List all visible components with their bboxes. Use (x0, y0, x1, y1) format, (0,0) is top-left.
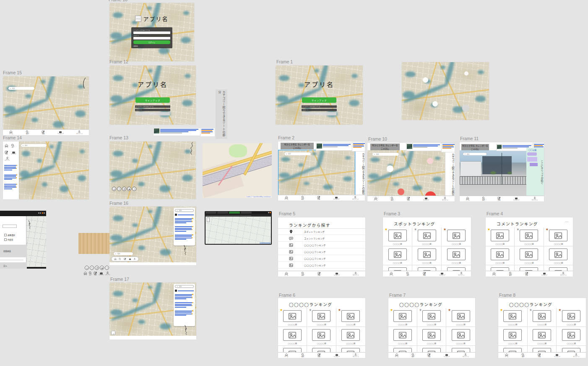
entry-block[interactable]: 記入 (0, 262, 27, 269)
nav-item-crown[interactable]: ランキング (99, 271, 104, 276)
nav-item-search[interactable]: 検索 (26, 130, 29, 135)
ranking-cell[interactable]: ◯◯◯◯園 (544, 265, 573, 271)
ranking-cell[interactable]: ◯◯◯◯園 (336, 327, 365, 346)
nav-item-crown[interactable]: ランキング (423, 196, 429, 201)
search-pill[interactable]: 検索 (21, 144, 47, 147)
nav-item-crown[interactable]: ランキング (541, 272, 547, 276)
ranking-cell[interactable]: ★◯◯◯◯園 (278, 308, 307, 327)
nav-item-edit[interactable]: 投稿 (423, 272, 426, 276)
post-screen-block[interactable]: 投稿画面 (0, 245, 27, 257)
map-content[interactable]: +− (206, 217, 271, 244)
nav-item-crown[interactable]: ランキング (513, 196, 519, 201)
nav-item-person[interactable]: マイページ (105, 266, 109, 270)
map[interactable]: 検索 (109, 282, 196, 336)
nav-item-edit[interactable]: 投稿 (122, 187, 126, 191)
nav-item-home[interactable]: ホーム (466, 196, 470, 201)
ranking-list-item[interactable]: スポットランキング (278, 228, 365, 235)
nav-item-crown[interactable]: ランキング (333, 196, 339, 200)
ranking-list-item[interactable]: ◯◯◯◯ランキング (278, 255, 365, 262)
nav-item-search[interactable]: 検索 (390, 196, 394, 201)
tweet-embed-card[interactable] (316, 143, 353, 151)
nav-item-person[interactable]: マイページ (442, 196, 448, 201)
login-button[interactable]: ログイン (302, 112, 336, 115)
nav-item-search[interactable]: 検索 (301, 272, 304, 276)
frame-15-map[interactable]: 検索 ホーム検索投稿ランキングマイページ (3, 76, 89, 135)
nav-item-edit[interactable]: 投稿 (497, 196, 501, 201)
nav-item-home[interactable]: ホーム (492, 272, 496, 276)
ranking-cell[interactable]: ◯◯◯◯園 (307, 327, 336, 346)
ranking-cell[interactable]: ★◯◯◯◯園 (446, 308, 475, 327)
ranking-cell[interactable]: ◯◯◯◯園 (417, 327, 446, 346)
email-field[interactable]: メールアドレスまたはユーザー名 (135, 105, 170, 108)
nav-item-edit[interactable]: 投稿 (317, 272, 321, 276)
ranking-cell[interactable]: ◯◯◯◯園 (557, 327, 586, 346)
nav-item-person[interactable]: マイページ (458, 272, 464, 276)
nav-item-edit[interactable]: 投稿 (525, 272, 528, 276)
zoom-control[interactable]: +− (207, 217, 210, 222)
nav-item-crown[interactable]: ランキング (439, 272, 445, 276)
heat-marker[interactable] (387, 165, 393, 172)
nav-item-home[interactable]: ホーム (284, 196, 288, 200)
nav-item-home[interactable]: ホーム (83, 271, 87, 276)
nav-item-search[interactable]: 検索 (88, 271, 92, 276)
chat-bubble[interactable] (527, 157, 537, 162)
map-marker[interactable] (464, 71, 468, 76)
frame-13-map[interactable]: ホーム検索投稿ランキングマイページ (109, 141, 196, 199)
nav-item-edit[interactable]: 投稿 (124, 258, 126, 260)
ranking-cell[interactable]: ★◯◯◯◯園 (307, 308, 336, 327)
nav-item-crown[interactable]: ランキング (127, 187, 131, 191)
nav-item-person[interactable]: マイページ (353, 353, 359, 358)
menu-dots[interactable]: … (565, 219, 569, 223)
login-button[interactable]: ログイン (135, 112, 170, 115)
nav-item-person[interactable]: マイページ (560, 272, 567, 276)
nav-item-search[interactable]: 検索 (509, 272, 512, 276)
ranking-cell[interactable]: ◯◯◯◯園 (557, 346, 586, 353)
nav-item-crown[interactable]: ランキング (333, 353, 340, 358)
nav-item-person[interactable]: マイページ (573, 353, 580, 358)
ranking-cell[interactable]: ◯◯◯◯園 (515, 265, 544, 271)
comment-text-block[interactable] (175, 234, 194, 241)
map-marker[interactable] (462, 105, 469, 112)
ranking-cell[interactable]: ★◯◯◯◯園 (412, 227, 442, 246)
ranking-cell[interactable]: ◯◯◯◯園 (498, 346, 528, 353)
nav-item-person[interactable]: マイページ (353, 272, 359, 276)
nav-item-person[interactable]: マイページ (133, 258, 136, 260)
ranking-cell[interactable]: ◯◯◯◯園 (544, 246, 573, 265)
chat-bubble[interactable] (527, 152, 537, 156)
ranking-list-item[interactable]: ◯◯◯◯ランキング (278, 248, 365, 255)
email-field[interactable] (133, 31, 170, 34)
nav-item-crown[interactable]: ランキング (129, 258, 131, 260)
nav-item-crown[interactable]: ランキング (554, 353, 560, 358)
ranking-list-item[interactable]: コメントランキング (278, 235, 365, 242)
search-pill[interactable]: 検索 (463, 153, 487, 155)
ranking-cell[interactable]: ★◯◯◯◯園 (528, 308, 557, 327)
map-preview[interactable] (26, 216, 46, 267)
nav-item-person[interactable]: マイページ (5, 157, 10, 162)
comment-text-block[interactable] (175, 226, 194, 233)
search-pill[interactable]: 検索 (114, 252, 133, 255)
nav-item-home[interactable]: ホーム (85, 266, 89, 270)
ranking-cell[interactable]: ◯◯◯◯園 (412, 246, 442, 265)
comment-text-block[interactable] (4, 165, 18, 171)
nav-item-person[interactable]: マイページ (352, 196, 359, 200)
search-pill[interactable]: 検索 (8, 87, 34, 90)
nav-item-home[interactable]: ホーム (395, 353, 398, 358)
password-field[interactable] (133, 37, 170, 39)
link-list-card[interactable] (200, 128, 215, 137)
nav-item-search[interactable]: 検索 (301, 353, 304, 358)
search-pill[interactable]: 検索 (372, 153, 399, 156)
signup-button[interactable]: サインアップ (302, 97, 336, 103)
nav-item-edit[interactable]: 投稿 (95, 266, 99, 270)
link-list-card[interactable] (352, 142, 365, 152)
ranking-list-item[interactable]: ◯◯◯◯ランキング (278, 262, 365, 269)
browser-tabs[interactable] (205, 211, 272, 214)
ranking-cell[interactable]: ★◯◯◯◯園 (515, 227, 544, 246)
nav-item-person[interactable]: マイページ (132, 187, 136, 191)
ranking-cell[interactable]: ◯◯◯◯園 (388, 346, 417, 353)
ranking-cell[interactable]: ◯◯◯◯園 (278, 346, 307, 353)
comment-text-block[interactable] (175, 310, 194, 316)
map-selected[interactable]: 検索 (278, 150, 355, 195)
comment-text-block[interactable] (175, 217, 194, 224)
ranking-cell[interactable]: ★◯◯◯◯園 (486, 227, 515, 246)
title-input[interactable] (3, 225, 17, 228)
